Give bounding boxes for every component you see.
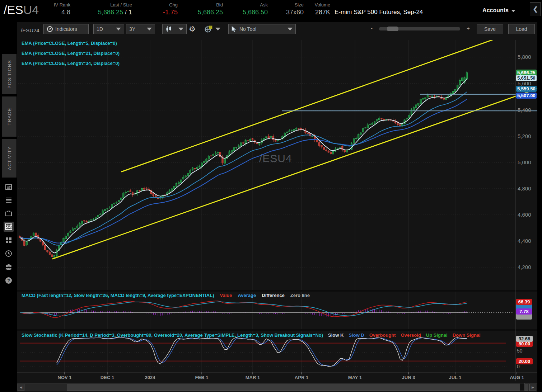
ema-study-label-0[interactable]: EMA (Price=CLOSE, Length=5, Displace=0)	[22, 41, 117, 46]
help-icon: ?	[5, 277, 13, 284]
indicators-label: Indicators	[55, 26, 77, 32]
field-value: 5,686.50	[228, 8, 268, 17]
sidebar-people-button[interactable]	[4, 262, 14, 272]
field-label: Last / Size	[78, 2, 132, 8]
field-value: 37x60	[271, 8, 304, 17]
stoch-study-label[interactable]: Slow Stochastic (K Period=14, D Period=3…	[22, 332, 323, 338]
range-dropdown[interactable]: 3Y	[126, 24, 155, 34]
sidebar-grid-button[interactable]	[4, 235, 14, 245]
ema-study-label-1[interactable]: EMA (Price=CLOSE, Length=21, Displace=0)	[22, 51, 120, 56]
accounts-label: Accounts	[482, 7, 509, 13]
field-label: Chg	[142, 2, 178, 8]
quote-field-size: Size37x60	[271, 2, 304, 17]
chevron-down-icon	[178, 28, 183, 30]
symbol-title: /ESU4	[4, 3, 39, 17]
scrollbar-corner	[520, 383, 525, 391]
field-value: -1.75	[142, 8, 178, 17]
list-icon	[5, 196, 13, 204]
indicators-button[interactable]: Indicators	[43, 24, 89, 34]
chart-symbol-label: /ESU24	[21, 27, 39, 33]
field-label: IV Rank	[34, 2, 70, 8]
horizontal-scrollbar[interactable]: ◀ ▶	[17, 383, 537, 391]
active-tool-dropdown[interactable]: No Tool	[228, 24, 296, 34]
quote-field-iv-rank: IV Rank4.8	[34, 2, 70, 17]
ema-study-label-2[interactable]: EMA (Price=CLOSE, Length=34, Displace=0)	[22, 61, 120, 66]
grid-icon	[5, 236, 13, 244]
svg-text:?: ?	[7, 278, 10, 283]
active-tool-value: No Tool	[239, 26, 256, 32]
sidebar-help-button[interactable]: ?	[4, 275, 14, 285]
chevron-down-icon	[511, 10, 515, 12]
sidebar-tab-trade[interactable]: TRADE	[2, 96, 17, 137]
chevron-down-icon	[116, 28, 121, 30]
sidebar-tab-label: ACTIVITY	[7, 146, 12, 170]
field-value: 287K	[302, 8, 330, 17]
drawing-tools-dropdown[interactable]	[201, 24, 224, 34]
chart-icon	[5, 223, 13, 231]
zoom-out-button[interactable]: -	[371, 25, 373, 31]
quote-field-last-size: Last / Size5,686.25 / 1	[78, 2, 132, 17]
sidebar-tab-activity[interactable]: ACTIVITY	[2, 139, 17, 178]
chevron-down-icon	[288, 28, 293, 30]
aggregation-value: 1D	[97, 26, 103, 32]
chevron-down-icon	[147, 28, 152, 30]
sidebar-tab-label: POSITIONS	[7, 60, 12, 89]
scroll-right-button[interactable]: ▶	[529, 384, 536, 391]
aggregation-dropdown[interactable]: 1D	[93, 24, 124, 34]
people-icon	[5, 263, 13, 271]
symbol-root: /ES	[4, 3, 23, 16]
history-icon	[5, 250, 13, 258]
instrument-description: E-mini S&P 500 Futures, Sep-24	[335, 9, 423, 16]
field-label: Size	[271, 2, 304, 8]
field-label: Bid	[183, 2, 223, 8]
accounts-menu[interactable]: Accounts	[482, 7, 515, 14]
sidebar-history-button[interactable]	[4, 249, 14, 259]
sidebar-tab-label: TRADE	[7, 108, 12, 125]
scrollbar-handle[interactable]	[67, 384, 528, 391]
chart-settings-button[interactable]: ⚙	[189, 24, 196, 34]
field-value: 4.8	[34, 8, 70, 17]
field-label: Ask	[228, 2, 268, 8]
zoom-slider-handle[interactable]	[387, 27, 398, 31]
zoom-in-button[interactable]: +	[467, 25, 470, 31]
quote-field-bid: Bid5,686.25	[183, 2, 223, 17]
tv-icon	[5, 209, 13, 217]
drawing-set-icon	[205, 25, 212, 33]
cursor-icon	[232, 26, 237, 32]
save-button[interactable]: Save	[477, 24, 503, 34]
zoom-slider[interactable]	[379, 27, 460, 30]
candlestick-icon	[165, 26, 172, 32]
field-value: 5,686.25	[183, 8, 223, 17]
quote-field-volume: Volume287K	[302, 2, 330, 17]
news-icon	[5, 183, 13, 191]
sidebar-chart-button[interactable]	[4, 222, 14, 232]
collapse-panel-button[interactable]: ❮	[530, 3, 541, 16]
quote-field-ask: Ask5,686.50	[228, 2, 268, 17]
range-value: 3Y	[129, 26, 135, 32]
gear-icon: ⚙	[189, 25, 196, 33]
macd-study-label[interactable]: MACD (Fast length=12, Slow length=26, MA…	[22, 293, 214, 298]
sidebar-tv-button[interactable]	[4, 208, 14, 218]
gauge-icon	[47, 26, 53, 32]
sidebar-news-button[interactable]	[4, 182, 14, 192]
scroll-left-button[interactable]: ◀	[18, 384, 24, 391]
chart-toolbar: /ESU24 Indicators 1D 3Y ⚙	[17, 22, 542, 38]
chart-style-dropdown[interactable]	[162, 24, 187, 34]
header: /ESU4 IV Rank4.8Last / Size5,686.25 / 1C…	[0, 0, 542, 22]
left-sidebar: POSITIONSTRADEACTIVITY?	[0, 22, 17, 392]
quote-field-chg: Chg-1.75	[142, 2, 178, 17]
field-label: Volume	[302, 2, 330, 8]
load-button[interactable]: Load	[508, 24, 535, 34]
sidebar-tab-positions[interactable]: POSITIONS	[2, 54, 17, 94]
sidebar-list-button[interactable]	[4, 195, 14, 205]
chevron-down-icon	[215, 28, 220, 30]
field-value: 5,686.25 / 1	[78, 8, 132, 17]
